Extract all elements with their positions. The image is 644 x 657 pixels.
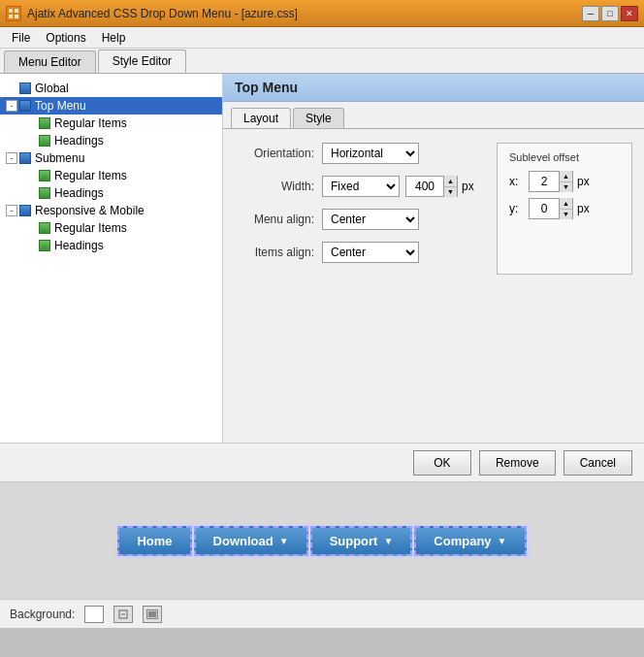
tree-item-submenu[interactable]: - Submenu	[0, 149, 222, 167]
orientation-select[interactable]: Horizontal Vertical	[322, 143, 419, 164]
nav-company-label: Company	[434, 534, 491, 548]
nav-support[interactable]: Support ▼	[310, 526, 413, 556]
sublevel-title: Sublevel offset	[509, 151, 620, 163]
nav-support-arrow: ▼	[383, 536, 393, 546]
width-value[interactable]	[406, 177, 443, 196]
top-menu-icon	[19, 100, 31, 112]
sub-tab-layout[interactable]: Layout	[231, 108, 291, 128]
tree-label-responsive: Responsive & Mobile	[35, 204, 145, 217]
items-align-label: Items align:	[235, 246, 322, 259]
nav-home[interactable]: Home	[117, 526, 191, 556]
menu-options[interactable]: Options	[38, 29, 93, 47]
tab-menu-editor[interactable]: Menu Editor	[4, 50, 96, 73]
submenu-icon	[19, 152, 31, 164]
menu-help[interactable]: Help	[94, 29, 134, 47]
tree-item-sub-headings[interactable]: + Headings	[0, 184, 222, 202]
orientation-label: Orientation:	[235, 147, 322, 160]
status-icon-1[interactable]	[113, 606, 133, 623]
tree-label-sub-headings: Headings	[54, 186, 104, 200]
resp-regular-icon	[39, 222, 50, 234]
tree-item-top-regular[interactable]: + Regular Items	[0, 115, 222, 132]
status-bar: Background:	[0, 599, 644, 628]
window-controls: ─ □ ✕	[582, 6, 638, 21]
expand-responsive[interactable]: -	[6, 205, 17, 216]
tree-label-top-menu: Top Menu	[35, 99, 86, 113]
form-left: Orientation: Horizontal Vertical Width: …	[235, 143, 477, 275]
tree-label-resp-regular: Regular Items	[54, 221, 127, 235]
sublevel-x-unit: px	[577, 175, 590, 188]
background-color-picker[interactable]	[84, 606, 104, 623]
tree-item-top-headings[interactable]: + Headings	[0, 132, 222, 149]
tree-item-resp-headings[interactable]: + Headings	[0, 237, 222, 254]
ok-button[interactable]: OK	[413, 450, 471, 476]
sublevel-x-row: x: ▲ ▼ px	[509, 171, 620, 192]
items-align-select[interactable]: Center Left Right	[322, 242, 419, 263]
width-down-button[interactable]: ▼	[443, 187, 457, 198]
nav-download-label: Download	[213, 534, 274, 548]
restore-button[interactable]: □	[601, 6, 619, 21]
nav-download[interactable]: Download ▼	[194, 526, 308, 556]
sublevel-y-spinner: ▲ ▼	[529, 198, 573, 219]
width-up-button[interactable]: ▲	[443, 176, 457, 187]
tree-item-top-menu[interactable]: - Top Menu	[0, 97, 222, 115]
tree-label-top-regular: Regular Items	[54, 116, 127, 130]
button-bar: OK Remove Cancel	[0, 443, 644, 481]
sub-regular-icon	[39, 170, 50, 181]
global-icon	[19, 82, 31, 94]
sublevel-y-unit: px	[577, 202, 590, 215]
svg-rect-3	[15, 15, 18, 18]
sublevel-y-value[interactable]	[530, 199, 559, 218]
background-label: Background:	[10, 608, 75, 621]
svg-rect-8	[148, 611, 156, 617]
expand-submenu[interactable]: -	[6, 152, 17, 164]
expand-top-menu[interactable]: -	[6, 100, 17, 112]
tree-item-resp-regular[interactable]: + Regular Items	[0, 219, 222, 237]
app-icon	[6, 6, 21, 21]
top-regular-icon	[39, 117, 50, 129]
sublevel-x-down-button[interactable]: ▼	[559, 182, 572, 193]
menu-align-select[interactable]: Center Left Right	[322, 209, 419, 230]
tree-label-global: Global	[35, 82, 69, 95]
tab-style-editor[interactable]: Style Editor	[98, 49, 186, 73]
main-content: + Global - Top Menu + Regular Items + He…	[0, 74, 644, 443]
sub-tab-bar: Layout Style	[223, 102, 644, 129]
nav-home-label: Home	[137, 534, 172, 548]
tree-item-responsive[interactable]: - Responsive & Mobile	[0, 202, 222, 219]
minimize-button[interactable]: ─	[582, 6, 599, 21]
tree-label-top-headings: Headings	[54, 134, 104, 148]
tree-item-global[interactable]: + Global	[0, 80, 222, 97]
tree-item-sub-regular[interactable]: + Regular Items	[0, 167, 222, 184]
tree-label-sub-regular: Regular Items	[54, 169, 127, 182]
sublevel-box: Sublevel offset x: ▲ ▼ px y:	[497, 143, 632, 275]
remove-button[interactable]: Remove	[479, 450, 556, 476]
status-icon-2[interactable]	[143, 606, 162, 623]
sublevel-y-up-button[interactable]: ▲	[559, 198, 572, 210]
tree-label-submenu: Submenu	[35, 151, 84, 165]
menu-align-label: Menu align:	[235, 213, 322, 226]
main-tab-bar: Menu Editor Style Editor	[0, 49, 644, 74]
sublevel-x-up-button[interactable]: ▲	[559, 171, 572, 182]
close-button[interactable]: ✕	[621, 6, 638, 21]
title-bar: Ajatix Advanced CSS Drop Down Menu - [az…	[0, 0, 644, 27]
menu-file[interactable]: File	[4, 29, 38, 47]
cancel-button[interactable]: Cancel	[564, 450, 632, 476]
width-spinner-buttons: ▲ ▼	[443, 176, 457, 197]
sublevel-x-buttons: ▲ ▼	[559, 171, 572, 192]
sublevel-y-buttons: ▲ ▼	[559, 198, 572, 219]
nav-company[interactable]: Company ▼	[414, 526, 526, 556]
sublevel-y-label: y:	[509, 202, 529, 215]
nav-company-arrow: ▼	[498, 536, 507, 546]
menu-align-row: Menu align: Center Left Right	[235, 209, 477, 230]
tree-panel: + Global - Top Menu + Regular Items + He…	[0, 74, 223, 443]
orientation-row: Orientation: Horizontal Vertical	[235, 143, 477, 164]
preview-area: Home Download ▼ Support ▼ Company ▼	[0, 482, 644, 599]
width-select[interactable]: Fixed Auto	[322, 176, 400, 197]
sublevel-x-label: x:	[509, 175, 529, 188]
panel-title: Top Menu	[223, 74, 644, 102]
nav-download-arrow: ▼	[279, 536, 289, 546]
width-px-label: px	[462, 180, 474, 193]
sublevel-y-down-button[interactable]: ▼	[559, 210, 572, 220]
sub-tab-style[interactable]: Style	[293, 108, 344, 128]
sublevel-x-value[interactable]	[530, 172, 559, 191]
menu-bar: File Options Help	[0, 27, 644, 49]
